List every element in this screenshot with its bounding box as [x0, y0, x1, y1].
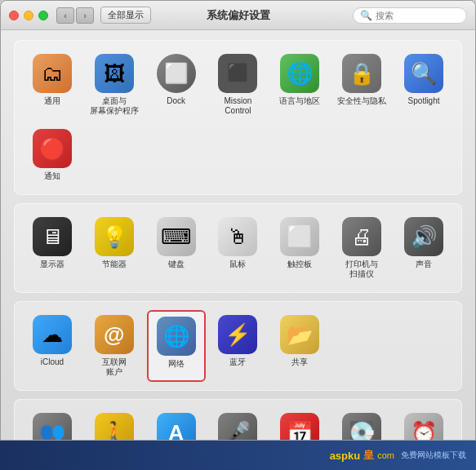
mouse-icon: 🖱 — [218, 217, 257, 256]
pref-notify[interactable]: 🔴 通知 — [23, 124, 82, 186]
printer-icon: 🖨 — [342, 217, 381, 256]
sound-label: 声音 — [416, 259, 432, 269]
mission-label: MissionControl — [225, 96, 252, 116]
internet-label: 互联网账户 — [102, 357, 127, 377]
pref-mission[interactable]: ⬛ MissionControl — [209, 49, 268, 121]
pref-display[interactable]: 🖥 显示器 — [23, 212, 82, 284]
printer-label: 打印机与扫描仪 — [345, 259, 378, 279]
trackpad-icon: ⬜ — [280, 217, 319, 256]
watermark-text1: aspku — [330, 450, 361, 462]
hardware-grid: 🖥 显示器 💡 节能器 ⌨ 键盘 — [23, 212, 453, 284]
internet-icon: @ — [95, 315, 134, 354]
dock-icon: ⬜ — [157, 54, 196, 93]
pref-network[interactable]: 🌐 网络 — [147, 310, 206, 382]
desktop-label: 桌面与屏幕保护程序 — [90, 96, 139, 116]
dock-label: Dock — [167, 96, 185, 106]
internet-grid: ☁ iCloud @ 互联网账户 🌐 网络 — [23, 310, 453, 382]
personal-grid: 🗂 通用 🖼 桌面与屏幕保护程序 ⬜ — [23, 49, 453, 186]
preferences-content: 🗂 通用 🖼 桌面与屏幕保护程序 ⬜ — [1, 30, 475, 440]
pref-sound[interactable]: 🔊 声音 — [394, 212, 453, 284]
mission-icon: ⬛ — [218, 54, 257, 93]
appstore-icon: A — [157, 413, 196, 440]
mouse-label: 鼠标 — [229, 259, 246, 269]
pref-icloud[interactable]: ☁ iCloud — [23, 310, 82, 382]
pref-language[interactable]: 🌐 语言与地区 — [270, 49, 329, 121]
pref-dock[interactable]: ⬜ Dock — [147, 49, 206, 121]
watermark-url: com — [377, 450, 394, 460]
share-label: 共享 — [291, 357, 308, 367]
pref-general[interactable]: 🗂 通用 — [23, 49, 82, 121]
share-icon: 📂 — [280, 315, 319, 354]
general-label: 通用 — [44, 96, 60, 106]
pref-startup[interactable]: 💽 启动磁盘 — [332, 408, 391, 440]
datetime-icon: 📅 — [280, 413, 319, 440]
display-icon: 🖥 — [33, 217, 72, 256]
search-box[interactable]: 🔍 — [353, 7, 467, 24]
close-button[interactable] — [9, 11, 19, 20]
pref-parental[interactable]: 🚶 家长控制 — [85, 408, 144, 440]
back-button[interactable]: ‹ — [56, 7, 74, 24]
language-label: 语言与地区 — [279, 96, 320, 106]
bluetooth-icon: ⚡ — [218, 315, 257, 354]
maximize-button[interactable] — [38, 11, 48, 20]
pref-datetime[interactable]: 📅 日期与时间 — [270, 408, 329, 440]
pref-appstore[interactable]: A App Store — [147, 408, 206, 440]
icloud-label: iCloud — [41, 357, 64, 367]
search-icon: 🔍 — [360, 10, 372, 21]
title-bar: ‹ › 全部显示 系统偏好设置 🔍 — [1, 1, 475, 30]
keyboard-label: 键盘 — [168, 259, 185, 269]
sound-icon: 🔊 — [404, 217, 443, 256]
trackpad-label: 触控板 — [287, 259, 312, 269]
pref-printer[interactable]: 🖨 打印机与扫描仪 — [332, 212, 391, 284]
personal-section: 🗂 通用 🖼 桌面与屏幕保护程序 ⬜ — [14, 40, 462, 195]
show-all-button[interactable]: 全部显示 — [100, 7, 151, 24]
search-input[interactable] — [376, 11, 460, 20]
pref-bluetooth[interactable]: ⚡ 蓝牙 — [209, 310, 268, 382]
internet-section: ☁ iCloud @ 互联网账户 🌐 网络 — [14, 301, 462, 391]
window-title: 系统偏好设置 — [207, 8, 270, 23]
system-preferences-window: ‹ › 全部显示 系统偏好设置 🔍 🗂 通用 — [0, 0, 476, 441]
watermark-text2: 皇 — [363, 448, 374, 463]
security-label: 安全性与隐私 — [337, 96, 386, 106]
timemachine-icon: ⏰ — [404, 413, 443, 440]
network-icon: 🌐 — [157, 317, 196, 356]
keyboard-icon: ⌨ — [157, 217, 196, 256]
security-icon: 🔒 — [342, 54, 381, 93]
speech-icon: 🎤 — [218, 413, 257, 440]
spotlight-icon: 🔍 — [404, 54, 443, 93]
traffic-lights — [9, 11, 48, 20]
general-icon: 🗂 — [33, 54, 72, 93]
startup-icon: 💽 — [342, 413, 381, 440]
icloud-icon: ☁ — [33, 315, 72, 354]
pref-trackpad[interactable]: ⬜ 触控板 — [270, 212, 329, 284]
system-section: 👥 用户与群组 🚶 家长控制 A App Stor — [14, 399, 462, 440]
pref-spotlight[interactable]: 🔍 Spotlight — [394, 49, 453, 121]
pref-keyboard[interactable]: ⌨ 键盘 — [147, 212, 206, 284]
display-label: 显示器 — [40, 259, 65, 269]
pref-energy[interactable]: 💡 节能器 — [85, 212, 144, 284]
energy-icon: 💡 — [95, 217, 134, 256]
watermark-sub: 免费网站模板下载 — [401, 450, 466, 461]
pref-timemachine[interactable]: ⏰ Time Machine — [394, 408, 453, 440]
pref-internet[interactable]: @ 互联网账户 — [85, 310, 144, 382]
pref-mouse[interactable]: 🖱 鼠标 — [209, 212, 268, 284]
pref-security[interactable]: 🔒 安全性与隐私 — [332, 49, 391, 121]
watermark-bar: aspku 皇 com 免费网站模板下载 — [0, 441, 476, 470]
users-icon: 👥 — [33, 413, 72, 440]
spotlight-label: Spotlight — [408, 96, 440, 106]
hardware-section: 🖥 显示器 💡 节能器 ⌨ 键盘 — [14, 203, 462, 293]
notify-icon: 🔴 — [33, 129, 72, 168]
language-icon: 🌐 — [280, 54, 319, 93]
pref-desktop[interactable]: 🖼 桌面与屏幕保护程序 — [85, 49, 144, 121]
parental-icon: 🚶 — [95, 413, 134, 440]
bluetooth-label: 蓝牙 — [229, 357, 246, 367]
nav-buttons: ‹ › — [56, 7, 94, 24]
forward-button[interactable]: › — [76, 7, 94, 24]
pref-users[interactable]: 👥 用户与群组 — [23, 408, 82, 440]
system-grid: 👥 用户与群组 🚶 家长控制 A App Stor — [23, 408, 453, 440]
pref-share[interactable]: 📂 共享 — [270, 310, 329, 382]
network-label: 网络 — [168, 359, 185, 369]
notify-label: 通知 — [44, 171, 60, 181]
pref-speech[interactable]: 🎤 听写与语音 — [209, 408, 268, 440]
minimize-button[interactable] — [24, 11, 33, 20]
